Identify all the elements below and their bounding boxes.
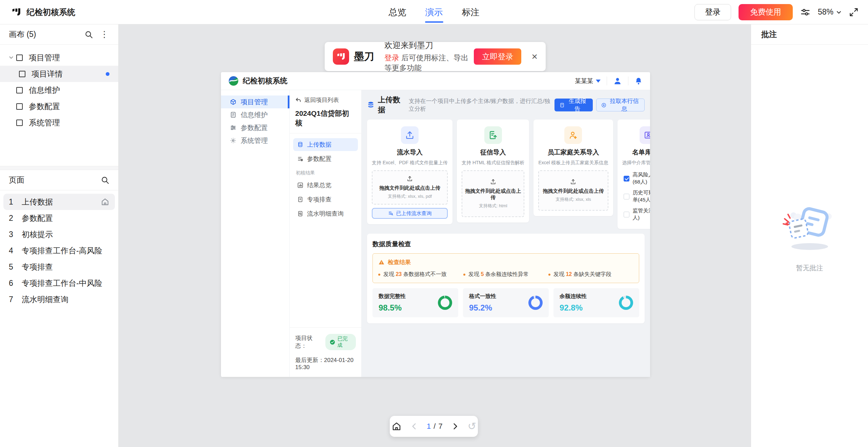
back-to-project-list[interactable]: 返回项目列表	[295, 96, 356, 104]
project-menu-upload-data[interactable]: 上传数据	[293, 138, 358, 151]
user-icon[interactable]	[613, 77, 622, 85]
presentation-canvas: 墨刀 欢迎来到墨刀 登录后可使用标注、导出等更多功能 立即登录 ×	[119, 24, 751, 447]
uploaded-flow-query-button[interactable]: 已上传流水查询	[372, 208, 448, 219]
checkbox[interactable]	[624, 212, 629, 217]
donut-chart	[619, 296, 633, 310]
list-option-high-risk[interactable]: 高风险人员名单(68人)	[624, 171, 650, 186]
document-upload-icon	[484, 126, 502, 144]
prev-page-icon[interactable]	[410, 422, 419, 431]
current-page: 1	[427, 422, 431, 431]
button-label: 已上传流水查询	[396, 210, 432, 217]
proto-nav-info-maintenance[interactable]: 信息维护	[221, 108, 289, 121]
page-item-1[interactable]: 1 上传数据	[3, 194, 115, 210]
welcome-banner: 墨刀 欢迎来到墨刀 登录后可使用标注、导出等更多功能 立即登录 ×	[325, 42, 546, 71]
id-card-icon	[640, 126, 650, 144]
list-option-history-suspect[interactable]: 历史可疑人员名单(45人)	[624, 189, 650, 204]
metric-format-consistency: 格式一致性 95.2%	[463, 288, 549, 317]
canvas-item-info-maintenance[interactable]: 信息维护	[0, 82, 118, 98]
canvas-item-parameter-config[interactable]: 参数配置	[0, 98, 118, 114]
dropzone-text: 拖拽文件到此处或点击上传	[541, 188, 605, 194]
dropzone-formats: 支持格式: xlsx, xls, pdf	[375, 193, 445, 199]
next-page-icon[interactable]	[451, 422, 460, 431]
page-label: 专项排查工作台-中风险	[22, 278, 109, 289]
project-menu-result-overview[interactable]: 结果总览	[293, 179, 358, 192]
canvas-item-project-management[interactable]: 项目管理	[0, 49, 118, 66]
status-label: 项目状态：	[295, 334, 322, 350]
artboard-icon	[16, 87, 23, 93]
proto-nav-parameter-config[interactable]: 参数配置	[221, 121, 289, 134]
tab-annotation[interactable]: 标注	[462, 0, 480, 24]
nav-label: 信息维护	[241, 110, 268, 120]
menu-label: 参数配置	[307, 155, 331, 163]
page-number: 5	[9, 262, 22, 272]
fetch-bank-info-button[interactable]: 拉取本行信息	[596, 99, 645, 111]
mockingbot-brand: 墨刀	[354, 50, 374, 64]
page-item-6[interactable]: 6 专项排查工作台-中风险	[3, 275, 115, 291]
file-dropzone[interactable]: 拖拽文件到此处或点击上传 支持格式: xlsx, xls, pdf	[372, 170, 448, 205]
option-label: 高风险人员名单(68人)	[633, 171, 650, 186]
page-label: 初核提示	[22, 229, 109, 240]
canvas-item-project-detail[interactable]: 项目详情	[0, 66, 118, 82]
chevron-down-icon[interactable]	[6, 55, 16, 61]
page-item-3[interactable]: 3 初核提示	[3, 226, 115, 242]
last-updated: 最后更新：2024-01-20 15:30	[295, 356, 356, 371]
project-menu-parameter-config[interactable]: 参数配置	[293, 152, 358, 165]
nav-label: 系统管理	[241, 136, 268, 145]
file-dropzone[interactable]: 拖拽文件到此处或点击上传 支持格式: xlsx, xls	[538, 170, 608, 211]
prototype-frame: 纪检初核系统 某某某	[221, 72, 650, 377]
card-title: 征信导入	[462, 148, 524, 157]
list-option-regulator-watch[interactable]: 监管关注名单(32人)	[624, 207, 650, 221]
proto-nav-system-management[interactable]: 系统管理	[221, 134, 289, 147]
artboard-icon	[19, 71, 25, 77]
tab-presentation[interactable]: 演示	[425, 0, 443, 24]
upload-card-list-library: 名单库选择 选择中介库管理内的名单 高风险人员名单(68人) 历史可疑人员名单(…	[618, 120, 650, 229]
content-subtitle: 支持在一个项目中上传多个主体/账户数据，进行汇总/独立分析	[409, 97, 554, 113]
tab-overview[interactable]: 总览	[389, 0, 406, 24]
checkbox-checked[interactable]	[624, 176, 629, 182]
donut-chart	[438, 296, 452, 310]
search-icon[interactable]	[101, 176, 109, 185]
menu-label: 专项排查	[307, 195, 331, 204]
updated-label: 最后更新：	[295, 357, 324, 363]
close-icon[interactable]: ×	[531, 51, 538, 62]
sidebar-divider	[0, 166, 118, 170]
page-item-4[interactable]: 4 专项排查工作台-高风险	[3, 242, 115, 259]
replay-icon[interactable]: ↺	[468, 421, 476, 431]
canvas-item-system-management[interactable]: 系统管理	[0, 114, 118, 131]
canvas-item-label: 参数配置	[29, 101, 60, 112]
dropzone-formats: 支持格式: xlsx, xls	[541, 196, 605, 203]
user-menu[interactable]: 某某某	[575, 77, 601, 85]
preferences-icon[interactable]	[800, 7, 810, 17]
more-menu-icon[interactable]: ⋮	[99, 29, 109, 40]
project-menu-flow-detail-query[interactable]: 流水明细查询	[293, 207, 358, 220]
checkbox[interactable]	[624, 194, 629, 199]
return-arrow-icon	[295, 97, 301, 103]
free-use-button[interactable]: 免费使用	[739, 4, 793, 20]
search-icon[interactable]	[84, 30, 93, 39]
annotations-title: 批注	[751, 24, 868, 45]
canvas-item-label: 信息维护	[29, 85, 60, 95]
card-desc: 选择中介库管理内的名单	[622, 160, 650, 166]
nav-label: 参数配置	[241, 123, 268, 132]
card-title: 流水导入	[372, 148, 448, 157]
banner-login-link[interactable]: 登录	[384, 54, 399, 62]
login-now-button[interactable]: 立即登录	[474, 48, 521, 65]
check-circle-icon	[330, 339, 335, 345]
project-menu-special-check[interactable]: 专项排查	[293, 193, 358, 206]
fullscreen-icon[interactable]	[849, 7, 859, 17]
proto-nav-project-management[interactable]: 项目管理	[221, 95, 289, 108]
page-item-5[interactable]: 5 专项排查	[3, 259, 115, 275]
page-item-7[interactable]: 7 流水明细查询	[3, 291, 115, 307]
artboard-icon	[16, 120, 23, 126]
file-dropzone[interactable]: 拖拽文件到此处或点击上传 支持格式: html	[462, 170, 524, 217]
menu-label: 结果总览	[307, 181, 331, 189]
home-icon[interactable]	[391, 421, 402, 431]
zoom-control[interactable]: 58%	[818, 7, 842, 17]
bell-icon[interactable]	[634, 77, 643, 85]
status-badge: 已完成	[325, 334, 356, 350]
upload-card-flow-import: 流水导入 支持 Excel、PDF 格式文件批量上传 拖拽文件到此处或点击上传 …	[367, 120, 452, 224]
page-list: 1 上传数据 2 参数配置 3 初核提示 4 专项排查工作台-高风险 5 专项排…	[0, 190, 118, 311]
login-button[interactable]: 登录	[694, 4, 731, 20]
generate-report-button[interactable]: 生成报告	[554, 99, 593, 111]
page-item-2[interactable]: 2 参数配置	[3, 210, 115, 226]
